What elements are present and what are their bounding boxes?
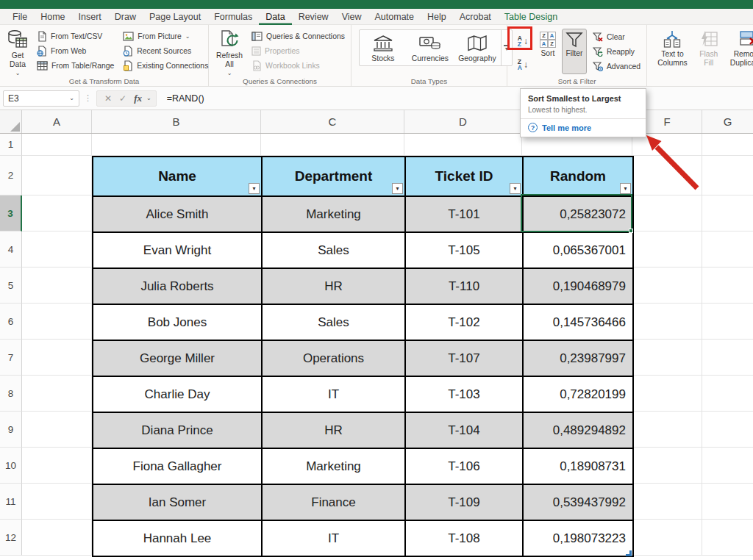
cell-department[interactable]: Operations: [262, 340, 405, 376]
cell-random[interactable]: 0,145736466: [523, 304, 633, 340]
cell-department[interactable]: HR: [262, 412, 405, 448]
cell-ticket-id[interactable]: T-101: [405, 196, 523, 232]
remove-duplicates-button[interactable]: Remove Duplicates: [727, 27, 753, 68]
row-header-6[interactable]: 6: [0, 304, 22, 340]
cell-name[interactable]: Fiona Gallagher: [93, 448, 262, 484]
tab-view[interactable]: View: [335, 9, 368, 25]
cell-ticket-id[interactable]: T-105: [405, 232, 523, 268]
cell-random[interactable]: 0,190468979: [523, 268, 633, 304]
sort-ascending-button[interactable]: A Z ↓: [512, 30, 534, 51]
cell-department[interactable]: Marketing: [262, 196, 405, 232]
cell-department[interactable]: HR: [262, 268, 405, 304]
row-header-7[interactable]: 7: [0, 340, 22, 376]
tab-home[interactable]: Home: [34, 9, 71, 25]
tab-page-layout[interactable]: Page Layout: [143, 9, 207, 25]
cell-ticket-id[interactable]: T-104: [405, 412, 523, 448]
column-header-g[interactable]: G: [702, 110, 753, 133]
cell-random[interactable]: 0,25823072: [523, 196, 633, 232]
select-all-corner[interactable]: [0, 110, 22, 133]
cell-name[interactable]: Bob Jones: [93, 304, 262, 340]
cell-random[interactable]: 0,72820199: [523, 376, 633, 412]
header-random[interactable]: Random▾: [523, 157, 633, 196]
cell-name[interactable]: Hannah Lee: [93, 520, 262, 556]
row-header-2[interactable]: 2: [0, 156, 22, 195]
cell-department[interactable]: IT: [262, 376, 405, 412]
sort-button[interactable]: Z A A Z Sort: [537, 27, 559, 58]
column-header-c[interactable]: C: [261, 110, 404, 133]
cell-ticket-id[interactable]: T-108: [405, 520, 523, 556]
row-header-9[interactable]: 9: [0, 412, 22, 448]
cell-random[interactable]: 0,18908731: [523, 448, 633, 484]
stocks-button[interactable]: Stocks: [360, 30, 407, 65]
filter-dropdown-icon[interactable]: ▾: [510, 183, 521, 194]
cell-name[interactable]: Alice Smith: [93, 196, 262, 232]
cell-department[interactable]: Sales: [262, 232, 405, 268]
cell-ticket-id[interactable]: T-102: [405, 304, 523, 340]
from-web-button[interactable]: From Web: [34, 44, 117, 58]
header-department[interactable]: Department▾: [262, 157, 405, 196]
formula-input[interactable]: =RAND(): [160, 93, 204, 104]
row-header-12[interactable]: 12: [0, 520, 22, 556]
queries-connections-button[interactable]: Queries & Connections: [249, 29, 348, 43]
existing-connections-button[interactable]: Existing Connections: [120, 59, 211, 73]
cell-ticket-id[interactable]: T-106: [405, 448, 523, 484]
cell-name[interactable]: Ian Somer: [93, 484, 262, 520]
row-header-3[interactable]: 3: [0, 195, 22, 231]
refresh-all-button[interactable]: Refresh All ⌄: [213, 27, 246, 76]
cancel-icon[interactable]: ✕: [101, 93, 115, 104]
cell-department[interactable]: Marketing: [262, 448, 405, 484]
cell-name[interactable]: Julia Roberts: [93, 268, 262, 304]
filter-dropdown-icon[interactable]: ▾: [392, 183, 403, 194]
row-header-8[interactable]: 8: [0, 376, 22, 412]
sort-descending-button[interactable]: Z A ↓: [512, 54, 534, 75]
from-table-range-button[interactable]: From Table/Range: [34, 59, 117, 73]
recent-sources-button[interactable]: Recent Sources: [120, 44, 211, 58]
cell-name[interactable]: Charlie Day: [93, 376, 262, 412]
row-header-11[interactable]: 11: [0, 484, 22, 520]
tab-insert[interactable]: Insert: [72, 9, 108, 25]
enter-icon[interactable]: ✓: [116, 93, 129, 104]
cell-random[interactable]: 0,23987997: [523, 340, 633, 376]
tab-review[interactable]: Review: [292, 9, 335, 25]
reapply-filter-button[interactable]: Reapply: [590, 45, 643, 59]
currencies-button[interactable]: Currencies: [407, 30, 454, 65]
geography-button[interactable]: Geography: [454, 30, 501, 65]
column-header-a[interactable]: A: [22, 110, 92, 133]
row-header-4[interactable]: 4: [0, 231, 22, 268]
cell-ticket-id[interactable]: T-109: [405, 484, 523, 520]
header-ticket-id[interactable]: Ticket ID▾: [405, 157, 523, 196]
name-box[interactable]: E3 ⌄: [3, 90, 79, 107]
filter-sort-dropdown-icon[interactable]: ▾: [620, 183, 631, 194]
tab-automate[interactable]: Automate: [368, 9, 421, 25]
text-to-columns-button[interactable]: Text to Columns: [654, 27, 690, 68]
cell-random[interactable]: 0,539437992: [523, 484, 633, 520]
advanced-filter-button[interactable]: Advanced: [590, 60, 643, 73]
column-header-d[interactable]: D: [404, 110, 522, 133]
cell-department[interactable]: Finance: [262, 484, 405, 520]
from-picture-button[interactable]: From Picture ⌄: [120, 29, 211, 43]
cell-name[interactable]: George Miller: [93, 340, 262, 376]
tab-table-design[interactable]: Table Design: [498, 9, 564, 25]
cell-random[interactable]: 0,198073223: [523, 520, 633, 556]
cell-ticket-id[interactable]: T-107: [405, 340, 523, 376]
from-text-csv-button[interactable]: From Text/CSV: [34, 29, 117, 43]
tab-help[interactable]: Help: [421, 9, 453, 25]
filter-dropdown-icon[interactable]: ▾: [249, 183, 260, 194]
tab-acrobat[interactable]: Acrobat: [453, 9, 498, 25]
resize-dots-icon[interactable]: ⋮: [82, 93, 93, 103]
tab-draw[interactable]: Draw: [108, 9, 143, 25]
cell-random[interactable]: 0,065367001: [523, 232, 633, 268]
cell-department[interactable]: Sales: [262, 304, 405, 340]
cell-ticket-id[interactable]: T-103: [405, 376, 523, 412]
tab-data[interactable]: Data: [259, 9, 291, 25]
menu-file[interactable]: File: [6, 9, 34, 25]
clear-filter-button[interactable]: Clear: [590, 30, 643, 44]
header-name[interactable]: Name▾: [93, 157, 262, 196]
filter-button[interactable]: Filter: [562, 29, 587, 74]
get-data-button[interactable]: Get Data ⌄: [4, 27, 31, 76]
insert-function-icon[interactable]: fx: [131, 93, 145, 104]
tab-formulas[interactable]: Formulas: [207, 9, 259, 25]
row-header-1[interactable]: 1: [0, 134, 22, 156]
cell-random[interactable]: 0,489294892: [523, 412, 633, 448]
row-header-5[interactable]: 5: [0, 268, 22, 304]
